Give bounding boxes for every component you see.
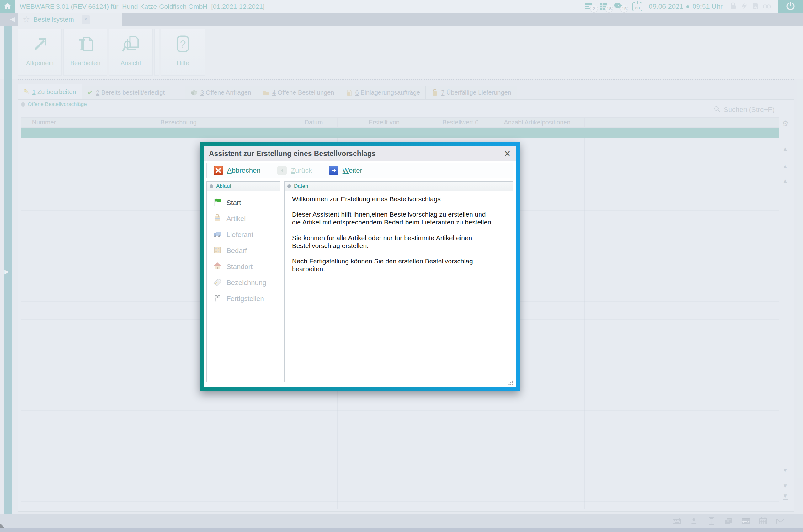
keyboard-icon[interactable]	[673, 517, 681, 527]
tab-offene-bestellungen[interactable]: 4 Offene Bestellungen	[257, 86, 340, 99]
logout-button[interactable]	[778, 0, 803, 13]
data-panel-header: Daten	[284, 182, 513, 191]
forward-arrow-icon	[329, 166, 338, 175]
calendar-icon[interactable]: 23	[632, 2, 642, 11]
back-arrow-icon	[277, 166, 287, 175]
dialog-resize-grip[interactable]	[508, 380, 513, 386]
envelope-icon[interactable]	[776, 517, 785, 527]
home-icon	[3, 2, 12, 11]
column-header-nummer[interactable]: Nummer	[21, 117, 67, 127]
tasks-button[interactable]: 2	[584, 2, 595, 11]
panel-bullet-icon	[287, 184, 291, 188]
sheets-button[interactable]: 18	[599, 2, 610, 11]
messages-button[interactable]: 15	[614, 2, 625, 11]
column-header-datum[interactable]: Datum	[290, 117, 337, 127]
scroll-bottom-icon[interactable]: ▼	[779, 493, 791, 500]
step-label: Start	[226, 199, 241, 207]
power-icon	[786, 2, 795, 12]
bag-icon	[213, 213, 222, 224]
edit-document-icon	[76, 34, 95, 55]
wizard-step-bedarf: Bedarf	[213, 243, 280, 259]
welcome-paragraph: Sie können für alle Artikel oder nur für…	[292, 234, 505, 249]
menu-label: Bearbeiten	[70, 60, 101, 67]
view-documents-icon	[121, 34, 141, 55]
calendar-day: 23	[635, 6, 639, 10]
grid-line	[67, 138, 67, 509]
close-tab-icon[interactable]: ×	[81, 15, 90, 24]
separator-dot-icon	[686, 5, 689, 8]
dialog-title-bar[interactable]: Assistent zur Erstellung eines Bestellvo…	[204, 146, 516, 161]
scroll-pagedown-icon[interactable]: ▼	[779, 482, 791, 489]
column-header-filler	[585, 117, 779, 127]
user-icon[interactable]	[690, 517, 698, 527]
app-title: WEBWARE 3.01 (REV 66124) für Hund-Katze-…	[20, 3, 265, 10]
home-button[interactable]	[0, 0, 15, 13]
shelf-icon	[213, 245, 222, 256]
tab-label: 1 Zu bearbeiten	[32, 89, 76, 96]
binoculars-icon[interactable]	[763, 2, 771, 11]
zurueck-button: Zurück	[277, 166, 312, 175]
lock-icon[interactable]	[729, 2, 737, 11]
dialog-title: Assistent zur Erstellung eines Bestellvo…	[209, 150, 376, 158]
scroll-rail[interactable]: ⚙ ▲ ▲ ▲ ▼ ▼ ▼	[779, 117, 791, 509]
svg-text:?: ?	[180, 38, 186, 50]
back-chevron-icon[interactable]: ◀	[10, 15, 15, 23]
ribbon-menu: Allgemein Bearbeiten Ansicht ? Hilfe	[18, 29, 205, 76]
tab-einlagerungsauftraege[interactable]: 6 Einlagerungsaufträge	[340, 86, 426, 99]
tasks-count-badge: 2	[590, 5, 598, 13]
abbrechen-button[interactable]: Abbrechen	[213, 166, 260, 175]
cell-separator	[67, 128, 67, 138]
column-header-erstellt-von[interactable]: Erstellt von	[337, 117, 431, 127]
table-header[interactable]: Nummer Bezeichnung Datum Erstellt von Be…	[21, 117, 779, 128]
tab-bereits-bestellt[interactable]: ✔ 2 Bereits bestellt/erledigt	[82, 86, 170, 99]
weiter-button[interactable]: Weiter	[329, 166, 362, 175]
collapsed-sidebar[interactable]: ▶	[4, 26, 12, 528]
button-label: Zurück	[291, 167, 312, 175]
tab-label: 3 Offene Anfragen	[201, 89, 251, 96]
column-header-bestellwert[interactable]: Bestellwert €	[431, 117, 490, 127]
button-label: Abbrechen	[227, 167, 260, 175]
column-header-anzahl[interactable]: Anzahl Artikelpositionen	[490, 117, 585, 127]
search-input[interactable]	[724, 106, 780, 114]
section-bullet-icon	[21, 102, 25, 107]
scroll-up-icon[interactable]: ▲	[779, 177, 791, 184]
cube-icon	[191, 89, 198, 96]
flash-icon[interactable]	[740, 2, 748, 11]
wizard-dialog: Assistent zur Erstellung eines Bestellvo…	[200, 142, 520, 391]
menu-ansicht[interactable]: Ansicht	[109, 29, 153, 76]
check-icon: ✔	[88, 89, 93, 96]
status-bar	[0, 514, 803, 532]
step-label: Artikel	[226, 215, 246, 223]
scroll-down-icon[interactable]: ▼	[779, 467, 791, 474]
steps-panel-header: Ablauf	[207, 182, 280, 191]
calculator-icon[interactable]	[707, 517, 716, 527]
grid-line	[584, 138, 585, 509]
resize-window-icon[interactable]	[742, 517, 750, 527]
truck-icon	[213, 229, 222, 240]
search-icon	[714, 106, 721, 114]
scroll-pageup-icon[interactable]: ▲	[779, 163, 791, 170]
menu-allgemein[interactable]: Allgemein	[18, 29, 62, 76]
dialog-close-icon[interactable]: ✕	[504, 150, 511, 158]
gear-icon[interactable]: ⚙	[779, 119, 791, 128]
tab-label: 2 Bereits bestellt/erledigt	[96, 89, 165, 96]
house-icon	[213, 262, 222, 272]
menu-bearbeiten[interactable]: Bearbeiten	[63, 29, 107, 76]
current-date: 09.06.2021	[649, 2, 683, 11]
menu-label: Ansicht	[120, 60, 141, 67]
panel-bullet-icon	[209, 184, 213, 188]
menu-hilfe[interactable]: ? Hilfe	[161, 29, 205, 76]
scroll-top-icon[interactable]: ▲	[779, 145, 791, 152]
document-star-icon[interactable]	[751, 2, 760, 11]
tab-zu-bearbeiten[interactable]: ✎ 1 Zu bearbeiten	[18, 84, 82, 99]
tab-offene-anfragen[interactable]: 3 Offene Anfragen	[185, 86, 257, 99]
search-box[interactable]	[714, 103, 780, 116]
window-tab-bestellsystem[interactable]: ☆ Bestellsystem ×	[18, 13, 122, 26]
favorite-star-icon[interactable]: ☆	[23, 15, 30, 24]
sidebar-expand-icon[interactable]: ▶	[4, 268, 9, 275]
windows-layers-icon[interactable]	[724, 517, 733, 527]
calendar-grid-icon[interactable]	[759, 517, 768, 527]
selected-table-row[interactable]	[21, 128, 779, 138]
column-header-bezeichnung[interactable]: Bezeichnung	[67, 117, 290, 127]
tab-ueberfaellige-lieferungen[interactable]: 7 Überfällige Lieferungen	[426, 86, 517, 99]
